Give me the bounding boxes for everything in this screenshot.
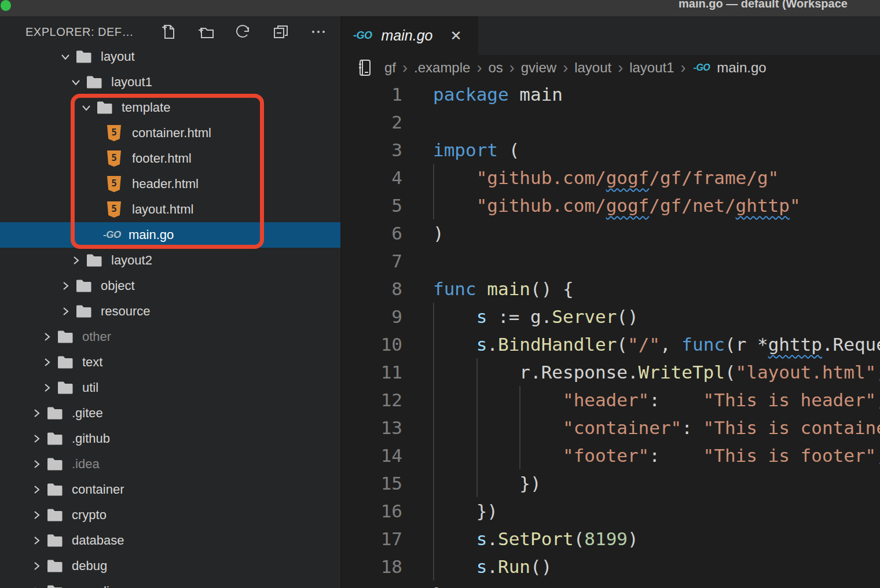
chevron-closed-icon[interactable]	[30, 528, 46, 553]
tree-item-label: crypto	[72, 508, 107, 523]
folder-icon	[46, 426, 72, 451]
breadcrumb-item-layout[interactable]: layout	[574, 60, 611, 76]
tree-item-.gitee[interactable]: .gitee	[0, 400, 340, 426]
chevron-closed-icon[interactable]	[41, 324, 57, 350]
tree-item-label: .gitee	[72, 406, 103, 421]
line-number: 6	[342, 219, 402, 247]
chevron-spacer	[90, 146, 107, 171]
chevron-closed-icon[interactable]	[59, 299, 75, 324]
code-text: })	[433, 497, 498, 525]
chevron-closed-icon[interactable]	[30, 579, 46, 588]
traffic-light-green[interactable]	[1, 0, 11, 11]
tree-item-container.html[interactable]: 5container.html	[0, 120, 340, 146]
breadcrumb-item-gview[interactable]: gview	[521, 60, 556, 76]
tree-item-footer.html[interactable]: 5footer.html	[0, 146, 340, 171]
breadcrumb-item-layout1[interactable]: layout1	[629, 60, 674, 76]
line-number: 2	[342, 108, 402, 136]
notebook-icon	[358, 59, 372, 76]
folder-icon	[57, 375, 82, 400]
chevron-closed-icon[interactable]	[30, 451, 46, 477]
tree-item-container[interactable]: container	[0, 477, 340, 502]
code-text: func main() {	[433, 275, 574, 303]
folder-icon	[46, 451, 72, 477]
chevron-closed-icon[interactable]	[69, 248, 86, 273]
tree-item-text[interactable]: text	[0, 350, 340, 375]
close-icon[interactable]: ✕	[450, 28, 461, 44]
tree-item-util[interactable]: util	[0, 375, 340, 400]
code-line-3: 3import (	[342, 136, 880, 164]
folder-icon	[46, 528, 72, 553]
tab-label: main.go	[382, 27, 433, 44]
more-icon[interactable]	[309, 23, 328, 41]
svg-text:5: 5	[111, 203, 117, 214]
tree-item-other[interactable]: other	[0, 324, 340, 350]
tree-item-.github[interactable]: .github	[0, 426, 340, 451]
line-number: 1	[342, 80, 402, 108]
tree-item-crypto[interactable]: crypto	[0, 502, 340, 528]
tree-item-layout1[interactable]: layout1	[0, 69, 340, 95]
tree-item-label: text	[82, 355, 102, 370]
tree-item-database[interactable]: database	[0, 528, 340, 553]
code-text: "github.com/gogf/gf/net/ghttp"	[433, 192, 801, 219]
chevron-closed-icon[interactable]	[41, 350, 57, 375]
chevron-spacer	[90, 171, 107, 197]
tree-item-label: container.html	[132, 126, 211, 141]
collapse-all-icon[interactable]	[272, 23, 290, 41]
chevron-closed-icon[interactable]	[30, 426, 46, 451]
code-text: "header": "This is header",	[433, 386, 880, 414]
new-folder-icon[interactable]	[196, 23, 215, 41]
line-number: 3	[342, 136, 402, 164]
new-file-icon[interactable]	[159, 23, 177, 41]
tree-item-debug[interactable]: debug	[0, 553, 340, 579]
chevron-open-icon[interactable]	[80, 95, 96, 120]
tree-item-label: util	[82, 380, 98, 395]
chevron-open-icon[interactable]	[59, 44, 75, 69]
tree-item-.idea[interactable]: .idea	[0, 451, 340, 477]
chevron-closed-icon[interactable]	[30, 502, 46, 528]
code-text: "github.com/gogf/gf/frame/g"	[433, 164, 779, 192]
breadcrumb-file[interactable]: main.go	[717, 60, 766, 76]
tree-item-header.html[interactable]: 5header.html	[0, 171, 340, 197]
tree-item-layout[interactable]: layout	[0, 44, 340, 69]
tree-item-label: layout.html	[132, 202, 193, 217]
code-line-8: 8func main() {	[342, 275, 880, 303]
code-line-6: 6)	[342, 219, 880, 247]
active-tab[interactable]: -GO main.go ✕	[342, 16, 478, 55]
chevron-spacer	[87, 222, 103, 248]
folder-icon	[96, 95, 122, 120]
go-icon: -GO	[353, 30, 372, 42]
line-number: 5	[342, 192, 402, 219]
tree-item-encoding[interactable]: encoding	[0, 579, 340, 588]
go-icon: -GO	[103, 222, 129, 248]
line-number: 13	[342, 414, 402, 442]
tree-item-main.go[interactable]: -GOmain.go	[0, 222, 340, 248]
breadcrumb-item-.example[interactable]: .example	[414, 60, 470, 76]
line-number: 11	[342, 358, 402, 386]
code-text: r.Response.WriteTpl("layout.html", g.Map…	[433, 358, 880, 386]
breadcrumb-item-os[interactable]: os	[488, 60, 503, 76]
line-number: 9	[342, 303, 402, 330]
code-line-13: 13 "container": "This is container",	[342, 414, 880, 442]
chevron-closed-icon[interactable]	[41, 375, 57, 400]
refresh-icon[interactable]	[234, 23, 252, 41]
chevron-closed-icon[interactable]	[30, 400, 46, 426]
chevron-open-icon[interactable]	[69, 69, 86, 95]
chevron-closed-icon[interactable]	[30, 477, 46, 502]
tree-item-layout.html[interactable]: 5layout.html	[0, 197, 340, 222]
chevron-spacer	[90, 197, 107, 222]
folder-icon	[86, 248, 111, 273]
line-number: 8	[342, 275, 402, 303]
tree-item-layout2[interactable]: layout2	[0, 248, 340, 273]
chevron-closed-icon[interactable]	[59, 273, 75, 299]
tree-item-template[interactable]: template	[0, 95, 340, 120]
html-icon: 5	[107, 120, 132, 146]
tree-item-label: resource	[101, 304, 151, 319]
tree-item-object[interactable]: object	[0, 273, 340, 299]
chevron-closed-icon[interactable]	[30, 553, 46, 579]
breadcrumb-item-gf[interactable]: gf	[384, 60, 396, 76]
code-area[interactable]: 1package main23import (4 "github.com/gog…	[342, 80, 880, 588]
explorer-title: EXPLORER: DEF…	[25, 25, 134, 39]
line-number: 19	[342, 580, 402, 588]
breadcrumb-separator: ›	[681, 59, 686, 77]
tree-item-resource[interactable]: resource	[0, 299, 340, 324]
